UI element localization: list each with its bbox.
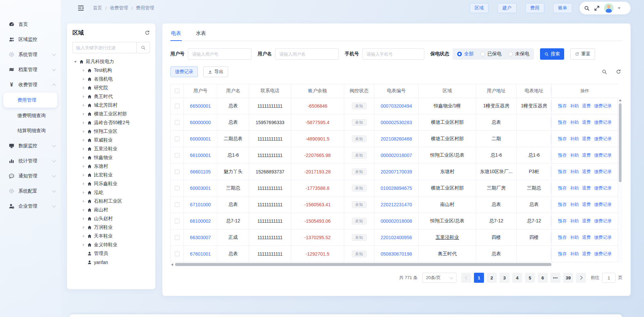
- caret-right-icon[interactable]: [81, 217, 86, 220]
- row-checkbox[interactable]: [175, 120, 179, 125]
- tree-node[interactable]: 名强机电: [72, 75, 150, 84]
- user-no-link[interactable]: 60003001: [190, 186, 211, 191]
- caret-right-icon[interactable]: [81, 235, 86, 237]
- caret-right-icon[interactable]: [81, 139, 86, 142]
- reset-button[interactable]: 重置: [570, 48, 595, 60]
- tree-node[interactable]: 双威鞋业: [72, 136, 150, 145]
- meter-no-link[interactable]: 000703200494: [381, 103, 412, 109]
- action-link[interactable]: 预存: [558, 185, 567, 191]
- caret-right-icon[interactable]: [81, 95, 86, 98]
- caret-right-icon[interactable]: [81, 182, 86, 185]
- caret-right-icon[interactable]: [81, 121, 86, 124]
- action-link[interactable]: 退费: [582, 234, 591, 241]
- caret-down-icon[interactable]: [618, 7, 621, 9]
- action-link[interactable]: 预存: [558, 202, 567, 208]
- quick-button[interactable]: 账单: [553, 3, 572, 13]
- action-link[interactable]: 退费: [582, 251, 591, 257]
- scroll-left-icon[interactable]: [171, 263, 173, 266]
- tree-node[interactable]: 山头赵村: [72, 214, 150, 223]
- caret-right-icon[interactable]: [81, 191, 86, 194]
- row-checkbox[interactable]: [175, 137, 179, 141]
- sidebar-item[interactable]: 区域监控: [0, 32, 61, 47]
- tree-node[interactable]: 泓屹: [72, 188, 150, 197]
- search-icon[interactable]: [584, 5, 590, 11]
- action-link[interactable]: 缴费记录: [594, 136, 612, 142]
- row-checkbox[interactable]: [175, 202, 179, 207]
- phone-input[interactable]: [362, 48, 424, 60]
- pay-record-button[interactable]: 缴费记录: [170, 66, 198, 77]
- meter-no-link[interactable]: 202108260468: [381, 136, 412, 142]
- tree-node[interactable]: 恒鑫物业: [72, 153, 150, 162]
- caret-right-icon[interactable]: [81, 244, 86, 246]
- action-link[interactable]: 缴费记录: [594, 218, 612, 224]
- action-link[interactable]: 退费: [582, 136, 591, 142]
- action-link[interactable]: 补助: [570, 119, 579, 125]
- action-link[interactable]: 退费: [582, 202, 591, 208]
- action-link[interactable]: 退费: [582, 185, 591, 191]
- meter-no-link[interactable]: 000002530283: [381, 120, 412, 125]
- prev-page-button[interactable]: [461, 273, 471, 283]
- sidebar-subitem[interactable]: 费用管理: [3, 93, 57, 108]
- page-button[interactable]: 3: [499, 273, 509, 283]
- sidebar-subitem[interactable]: 结算明细查询: [0, 123, 61, 138]
- row-checkbox[interactable]: [175, 153, 179, 158]
- protect-status-radio[interactable]: 已保电: [480, 51, 501, 57]
- meter-no-link[interactable]: 202007170039: [381, 169, 412, 174]
- region-search-input[interactable]: [72, 42, 137, 53]
- meter-no-link[interactable]: 010028894675: [381, 186, 412, 191]
- caret-right-icon[interactable]: [81, 87, 86, 89]
- tree-node[interactable]: 东塘村: [72, 162, 150, 171]
- action-link[interactable]: 缴费记录: [594, 234, 612, 241]
- caret-right-icon[interactable]: [81, 156, 86, 159]
- action-link[interactable]: 预存: [558, 169, 567, 175]
- avatar[interactable]: [604, 3, 613, 13]
- page-button[interactable]: 5: [525, 273, 535, 283]
- caret-right-icon[interactable]: [81, 104, 86, 107]
- tree-node[interactable]: 管理员: [72, 249, 150, 258]
- meter-no-link[interactable]: 220102400956: [381, 235, 412, 240]
- meter-no-link[interactable]: 220212231470: [381, 202, 412, 207]
- caret-right-icon[interactable]: [81, 148, 86, 150]
- caret-down-icon[interactable]: [73, 61, 78, 63]
- action-link[interactable]: 缴费记录: [594, 152, 612, 158]
- action-link[interactable]: 补助: [570, 218, 579, 224]
- caret-right-icon[interactable]: [81, 200, 86, 203]
- action-link[interactable]: 补助: [570, 152, 579, 158]
- menu-collapse-icon[interactable]: [77, 5, 84, 11]
- tree-node[interactable]: yanfan: [72, 258, 150, 267]
- action-link[interactable]: 补助: [570, 234, 579, 241]
- tree-node[interactable]: 延凡科技电力: [72, 57, 150, 66]
- refresh-icon[interactable]: [145, 30, 150, 36]
- refresh-icon[interactable]: [616, 69, 621, 74]
- user-no-link[interactable]: 67101000: [190, 202, 211, 207]
- row-checkbox[interactable]: [175, 219, 179, 223]
- vertical-scroll-thumb[interactable]: [619, 103, 622, 182]
- tree-node[interactable]: 横塘工业区村部: [72, 110, 150, 118]
- sidebar-item[interactable]: 通知管理: [0, 168, 61, 183]
- action-link[interactable]: 预存: [558, 234, 567, 241]
- tree-node[interactable]: 南山村: [72, 206, 150, 214]
- page-button[interactable]: 39: [563, 273, 573, 283]
- action-link[interactable]: 退费: [582, 152, 591, 158]
- tree-node[interactable]: 万润鞋业: [72, 223, 150, 232]
- page-button[interactable]: 6: [538, 273, 548, 283]
- user-no-input[interactable]: [188, 48, 252, 60]
- protect-status-radio[interactable]: 未保电: [508, 51, 529, 57]
- user-no-link[interactable]: 66601105: [190, 169, 211, 174]
- next-page-button[interactable]: [576, 273, 586, 283]
- user-name-input[interactable]: [275, 48, 339, 60]
- tree-node[interactable]: 石粘村工业区: [72, 197, 150, 206]
- user-no-link[interactable]: 66100002: [190, 218, 211, 224]
- caret-right-icon[interactable]: [81, 78, 86, 81]
- horizontal-scrollbar[interactable]: [170, 262, 618, 267]
- action-link[interactable]: 补助: [570, 169, 579, 175]
- action-link[interactable]: 缴费记录: [594, 103, 612, 109]
- tree-node[interactable]: 金义特鞋业: [72, 241, 150, 249]
- action-link[interactable]: 退费: [582, 119, 591, 125]
- caret-right-icon[interactable]: [81, 69, 86, 72]
- caret-right-icon[interactable]: [81, 209, 86, 211]
- select-all-checkbox[interactable]: [175, 89, 179, 93]
- search-button[interactable]: 搜索: [540, 48, 564, 60]
- user-no-link[interactable]: 67601001: [190, 251, 211, 257]
- tree-node[interactable]: 恒翔工业区: [72, 127, 150, 136]
